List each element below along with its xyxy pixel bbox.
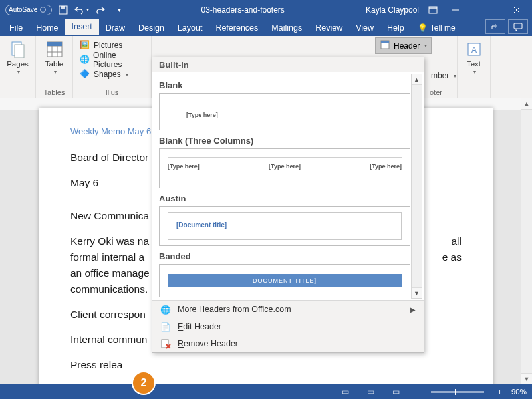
- zoom-slider[interactable]: [431, 391, 484, 393]
- save-icon[interactable]: [56, 3, 70, 17]
- tab-draw[interactable]: Draw: [99, 21, 132, 36]
- tab-mailings[interactable]: Mailings: [265, 21, 309, 36]
- status-bar: ▭ ▭ ▭ − + 90%: [0, 384, 532, 399]
- tab-help[interactable]: Help: [380, 21, 411, 36]
- zoom-level[interactable]: 90%: [511, 388, 527, 396]
- table-button[interactable]: Table ▾: [41, 39, 67, 76]
- tab-file[interactable]: File: [3, 21, 29, 36]
- user-name[interactable]: Kayla Claypool: [359, 5, 426, 15]
- svg-rect-18: [381, 41, 389, 43]
- tab-review[interactable]: Review: [309, 21, 349, 36]
- tables-group-label: Tables: [41, 87, 67, 96]
- autosave-knob-icon: [40, 7, 46, 13]
- submenu-arrow-icon: ▶: [410, 306, 416, 313]
- tab-design[interactable]: Design: [132, 21, 171, 36]
- header-gallery-dropdown: Built-in Blank [Type here] Blank (Three …: [152, 57, 424, 353]
- minimize-button[interactable]: [440, 0, 471, 19]
- template-label-banded: Banded: [159, 251, 410, 261]
- template-blank-three-columns[interactable]: [Type here] [Type here] [Type here]: [159, 148, 410, 188]
- template-label-austin: Austin: [159, 194, 410, 203]
- svg-rect-3: [429, 7, 437, 9]
- globe-icon: 🌐: [160, 304, 171, 315]
- more-headers-office[interactable]: 🌐 More Headers from Office.com ▶: [152, 301, 424, 318]
- close-button[interactable]: [501, 0, 532, 19]
- gallery-scrollbar[interactable]: ▲ ▼: [411, 74, 422, 299]
- gallery-section-builtin: Built-in: [152, 57, 424, 72]
- pages-icon: [9, 40, 27, 59]
- header-icon: [380, 39, 390, 52]
- shapes-button[interactable]: 🔷Shapes▾: [78, 68, 146, 81]
- maximize-button[interactable]: [471, 0, 501, 19]
- template-austin[interactable]: [Document title]: [159, 206, 410, 246]
- pages-button[interactable]: Pages ▾: [5, 39, 30, 76]
- svg-rect-16: [47, 42, 62, 46]
- edit-header-icon: 📄: [160, 321, 171, 332]
- svg-rect-1: [61, 6, 65, 9]
- title-bar: AutoSave ▾ ▾ 03-headers-and-footers Kayl…: [0, 0, 532, 19]
- pages-group-label: [5, 95, 30, 96]
- gallery-scroll-down-icon[interactable]: ▼: [412, 287, 422, 298]
- zoom-in[interactable]: +: [497, 388, 502, 396]
- read-mode-view[interactable]: ▭: [338, 386, 354, 397]
- template-label-blank3: Blank (Three Columns): [159, 136, 410, 146]
- online-pictures-icon: 🌐: [80, 55, 90, 65]
- pictures-icon: 🖼️: [80, 40, 90, 51]
- tab-layout[interactable]: Layout: [171, 21, 209, 36]
- ribbon-tabs: File Home Insert Draw Design Layout Refe…: [0, 19, 532, 36]
- tab-home[interactable]: Home: [29, 21, 65, 36]
- svg-text:A: A: [471, 45, 477, 55]
- template-banded[interactable]: DOCUMENT TITLE]: [159, 264, 410, 297]
- annotation-badge: 2: [133, 372, 154, 394]
- gallery-scroll-up-icon[interactable]: ▲: [412, 74, 422, 85]
- template-label-blank: Blank: [159, 80, 410, 90]
- table-icon: [45, 40, 64, 59]
- remove-header[interactable]: Remove Header: [152, 335, 424, 352]
- web-layout-view[interactable]: ▭: [388, 386, 404, 397]
- autosave-toggle[interactable]: AutoSave: [5, 5, 52, 15]
- tell-me-search[interactable]: 💡 Tell me: [411, 23, 462, 36]
- redo-button[interactable]: [93, 3, 108, 17]
- print-layout-view[interactable]: ▭: [363, 386, 379, 397]
- qat-customize[interactable]: ▾: [112, 3, 126, 17]
- text-box-button[interactable]: A Text ▾: [462, 39, 486, 76]
- scroll-up-icon[interactable]: ▲: [521, 98, 532, 110]
- lightbulb-icon: 💡: [418, 23, 428, 33]
- scroll-down-icon[interactable]: ▼: [521, 373, 532, 384]
- tab-view[interactable]: View: [349, 21, 380, 36]
- vertical-scrollbar[interactable]: ▲ ▼: [521, 98, 532, 384]
- page-number-button[interactable]: mber▾: [430, 69, 458, 82]
- edit-header[interactable]: 📄 Edit Header: [152, 318, 424, 335]
- svg-rect-8: [514, 23, 522, 29]
- ribbon-display-options[interactable]: [426, 3, 440, 17]
- document-title: 03-headers-and-footers: [126, 5, 359, 15]
- share-button[interactable]: [485, 19, 505, 34]
- svg-rect-5: [483, 7, 489, 13]
- zoom-out[interactable]: −: [414, 388, 418, 396]
- shapes-icon: 🔷: [80, 69, 90, 80]
- comments-button[interactable]: [508, 19, 528, 34]
- tab-references[interactable]: References: [209, 21, 265, 36]
- text-box-icon: A: [465, 40, 483, 59]
- online-pictures-button[interactable]: 🌐Online Pictures: [78, 53, 146, 66]
- illustrations-group-label: Illus: [78, 87, 146, 96]
- remove-header-icon: [160, 338, 171, 349]
- pictures-button[interactable]: 🖼️Pictures: [78, 39, 146, 52]
- svg-rect-10: [15, 45, 24, 58]
- template-blank[interactable]: [Type here]: [159, 93, 410, 130]
- undo-button[interactable]: ▾: [74, 3, 89, 17]
- header-footer-group-label: oter: [430, 87, 442, 96]
- tab-insert[interactable]: Insert: [65, 19, 99, 36]
